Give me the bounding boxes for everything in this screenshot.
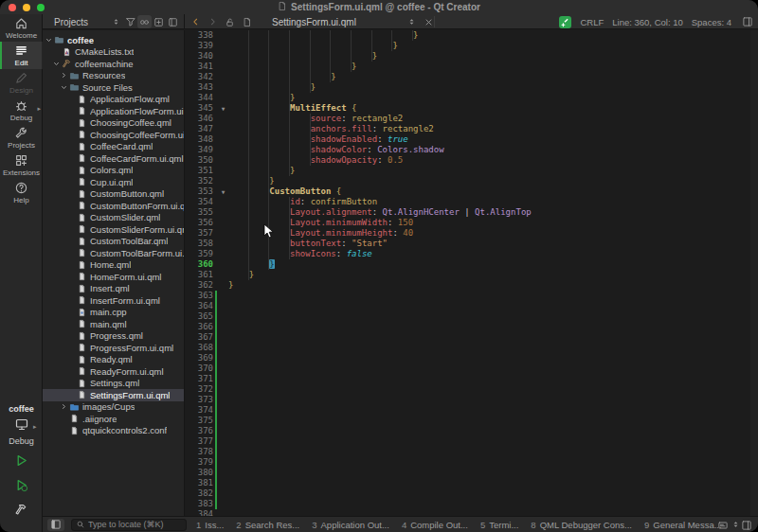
tree-item[interactable]: ApplicationFlowForm.ui.qml [43, 105, 184, 117]
code-editor[interactable]: 338}339}340}341}342}343}344}345▼MultiEff… [186, 30, 758, 516]
kit-selector-button[interactable]: ▸ [14, 417, 29, 434]
mode-item-edit[interactable]: Edit [0, 42, 43, 69]
tree-item[interactable]: CoffeeCard.qml [43, 141, 184, 153]
output-pane-button-5[interactable]: 5Termi... [480, 520, 518, 530]
cursor-position-indicator[interactable]: Line: 360, Col: 10 [612, 17, 682, 27]
tree-item[interactable]: main.qml [43, 318, 184, 330]
mode-item-debug[interactable]: Debug▸ [0, 97, 43, 124]
tree-item[interactable]: Cup.ui.qml [43, 176, 184, 188]
tree-item[interactable]: CustomSlider.qml [43, 212, 184, 224]
tree-item[interactable]: CustomSliderForm.ui.qml [43, 223, 184, 236]
tree-item[interactable]: Settings.qml [43, 378, 184, 390]
mode-item-help[interactable]: Help [0, 179, 43, 206]
tree-item[interactable]: HomeForm.ui.qml [43, 271, 184, 283]
tree-item[interactable]: Source Files [43, 81, 184, 94]
document-dropdown-icon[interactable] [405, 15, 419, 28]
tree-item[interactable]: qtquickcontrols2.conf [43, 425, 184, 437]
code-line: 371 [186, 374, 758, 384]
tree-item[interactable]: ChoosingCoffeeForm.ui.qml [43, 129, 184, 141]
chevron-down-icon[interactable] [60, 84, 68, 91]
tree-item[interactable]: ReadyForm.ui.qml [43, 365, 184, 378]
tree-item[interactable]: InsertForm.ui.qml [43, 294, 184, 307]
tree-item[interactable]: CoffeeCardForm.ui.qml [43, 152, 184, 165]
tree-item-label: main.qml [90, 319, 127, 329]
chevron-right-icon[interactable] [60, 403, 68, 410]
tree-item[interactable]: coffeemachine [43, 58, 184, 70]
unlock-icon[interactable] [223, 15, 237, 28]
output-pane-button-1[interactable]: 1Iss... [196, 520, 224, 530]
tree-item[interactable]: CustomToolBar.qml [43, 236, 184, 248]
right-panel-icon[interactable] [739, 519, 753, 532]
vcs-change-bar [215, 395, 217, 405]
tree-item[interactable]: SettingsForm.ui.qml [43, 389, 184, 401]
code-text: buttonText: "Start" [228, 239, 388, 249]
fold-marker-icon[interactable]: ▼ [218, 186, 228, 197]
open-document-tab[interactable]: SettingsForm.ui.qml [272, 17, 356, 27]
sync-with-editor-icon[interactable] [137, 15, 152, 28]
editor-scrollbar[interactable] [750, 30, 758, 516]
tree-item[interactable]: CMakeLists.txt [43, 46, 184, 59]
output-pane-number: 2 [236, 520, 241, 530]
tree-item-label: CMakeLists.txt [75, 46, 134, 57]
run-button[interactable] [14, 454, 28, 470]
tree-item-label: coffee [67, 35, 94, 45]
tree-item[interactable]: coffee [43, 34, 184, 46]
filter-icon[interactable] [123, 15, 137, 28]
output-pane-button-8[interactable]: 8QML Debugger Cons... [531, 520, 632, 530]
mode-item-extensions[interactable]: Extensions [0, 151, 43, 179]
mode-item-projects[interactable]: Projects [0, 124, 43, 151]
tree-item[interactable]: .aiignore [43, 413, 184, 425]
tree-item[interactable]: CustomButton.qml [43, 188, 184, 201]
mode-item-welcome[interactable]: Welcome [0, 14, 43, 42]
tree-item[interactable]: Ready.qml [43, 354, 184, 366]
chevron-right-icon[interactable] [60, 72, 68, 79]
split-icon[interactable] [152, 15, 166, 28]
tree-item[interactable]: images/Cups [43, 401, 184, 414]
debug-run-button[interactable] [14, 479, 28, 495]
mode-item-design[interactable]: Design [0, 69, 43, 97]
editor-toolbar: SettingsForm.ui.qml CRLF Line: 360, Col:… [185, 14, 758, 29]
chevron-down-icon[interactable] [45, 37, 53, 44]
code-line: 355Layout.alignment: Qt.AlignHCenter | Q… [186, 207, 758, 218]
right-panel-icon[interactable] [740, 15, 754, 28]
vcs-bar-spacer [215, 124, 217, 134]
back-icon[interactable] [189, 15, 203, 28]
tree-item[interactable]: CustomButtonForm.ui.qml [43, 200, 184, 212]
output-pane-button-2[interactable]: 2Search Res... [236, 520, 299, 530]
line-ending-indicator[interactable]: CRLF [580, 17, 604, 27]
code-text: shadowEnabled: true [228, 134, 408, 145]
tree-item[interactable]: Insert.qml [43, 283, 184, 295]
projects-pane-selector[interactable]: Projects [54, 17, 109, 27]
left-panel-icon[interactable] [47, 519, 64, 531]
build-button[interactable] [14, 504, 28, 520]
tree-item[interactable]: Colors.qml [43, 165, 184, 177]
vcs-modified-icon[interactable] [559, 16, 571, 28]
fold-marker-icon[interactable]: ▼ [218, 103, 228, 114]
indent-guides [228, 82, 311, 93]
hammer-icon [14, 503, 28, 521]
tree-item[interactable]: Home.qml [43, 259, 184, 272]
file-icon [76, 213, 87, 222]
hide-panel-icon[interactable] [166, 15, 180, 28]
output-pane-button-3[interactable]: 3Application Out... [312, 520, 389, 530]
chevron-down-icon[interactable] [52, 61, 61, 67]
tree-item[interactable]: ApplicationFlow.qml [43, 94, 184, 106]
tree-item[interactable]: ChoosingCoffee.qml [43, 117, 184, 130]
forward-icon[interactable] [206, 15, 220, 28]
file-icon [76, 379, 87, 388]
tree-item[interactable]: CustomToolBarForm.ui.qml [43, 247, 184, 259]
indentation-indicator[interactable]: Spaces: 4 [692, 17, 731, 27]
output-pane-button-9[interactable]: 9General Messa... [644, 520, 722, 530]
tree-item[interactable]: Progress.qml [43, 330, 184, 343]
tree-item[interactable]: main.cpp [43, 307, 184, 319]
folder-icon [68, 71, 80, 80]
tree-item[interactable]: ProgressForm.ui.qml [43, 342, 184, 354]
tree-item[interactable]: Resources [43, 70, 184, 82]
updown-icon[interactable] [109, 15, 123, 28]
output-pane-button-4[interactable]: 4Compile Out... [402, 520, 468, 530]
output-pane-icon[interactable] [715, 519, 730, 532]
code-line: 343} [186, 82, 758, 93]
code-line: 370 [186, 364, 758, 374]
locator-input[interactable]: Type to locate (⌘K) [71, 519, 187, 531]
indent-guides [228, 62, 352, 72]
